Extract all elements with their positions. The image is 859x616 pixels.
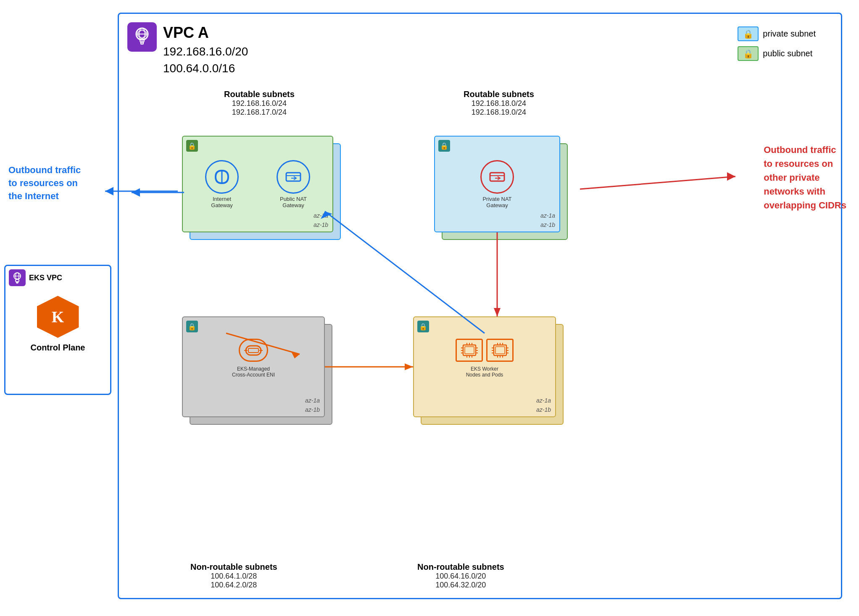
outbound-left-line2: to resources on <box>8 178 78 188</box>
worker-nodes-device: EKS WorkerNodes and Pods <box>456 339 514 378</box>
igw-label: InternetGateway <box>211 196 232 208</box>
private-nat-subnet: 🔒 Private NATGateway az-1a az-1b <box>434 136 560 232</box>
outbound-right-line3: other private <box>764 172 819 183</box>
routable-left-cidr2: 192.168.17.0/24 <box>224 108 295 117</box>
svg-marker-51 <box>132 188 140 197</box>
private-nat-device: Private NATGateway <box>480 160 514 208</box>
eni-lock-badge: 🔒 <box>186 321 198 332</box>
nonroutable-left-cidr1: 100.64.1.0/28 <box>190 572 277 581</box>
outbound-left-line1: Outbound traffic <box>8 165 81 175</box>
eks-vpc-box: EKS VPC K Control Plane <box>4 265 111 395</box>
svg-rect-11 <box>248 348 258 353</box>
nonroutable-label-left: Non-routable subnets 100.64.1.0/28 100.6… <box>190 562 277 590</box>
vpc-title: VPC A 192.168.16.0/20 100.64.0.0/16 <box>163 22 248 76</box>
outbound-right-line2: to resources on <box>764 158 833 169</box>
worker-lock-badge: 🔒 <box>417 321 429 332</box>
outbound-right-line5: overlapping CIDRs <box>764 200 846 211</box>
eni-device: EKS-ManagedCross-Account ENI <box>232 339 275 378</box>
routable-right-title: Routable subnets <box>464 90 534 99</box>
igw-az2-label: az-1b <box>314 221 328 228</box>
public-nat-label: Public NATGateway <box>280 196 307 208</box>
eks-k-icon: K <box>37 296 79 338</box>
routable-left-title: Routable subnets <box>224 90 295 99</box>
eni-az1-label: az-1a <box>305 397 320 404</box>
nat-az2-label: az-1b <box>540 221 555 228</box>
svg-marker-45 <box>494 308 501 316</box>
eni-az2-label: az-1b <box>305 406 320 413</box>
nonroutable-left-cidr2: 100.64.2.0/28 <box>190 581 277 590</box>
svg-rect-8 <box>490 173 504 181</box>
vpc-icon <box>127 22 157 52</box>
vpc-a-cidr2: 100.64.0.0/16 <box>163 60 248 76</box>
eks-vpc-header: EKS VPC <box>5 266 110 290</box>
svg-rect-6 <box>286 173 300 181</box>
eni-subnet: 🔒 EKS-ManagedCross-Account ENI az-1a az-… <box>182 316 325 417</box>
svg-rect-15 <box>465 347 474 354</box>
routable-label-left: Routable subnets 192.168.16.0/24 192.168… <box>224 90 295 117</box>
public-nat-icon <box>277 160 310 194</box>
worker-label: EKS WorkerNodes and Pods <box>466 366 503 378</box>
eks-vpc-label: EKS VPC <box>29 274 62 282</box>
worker-subnet: 🔒 <box>413 316 556 417</box>
svg-marker-60 <box>105 187 113 195</box>
vpc-a-cidr1: 192.168.16.0/20 <box>163 43 248 60</box>
cpu-chip-1 <box>456 339 483 362</box>
outbound-left-line3: the Internet <box>8 191 59 201</box>
legend-public-label: public subnet <box>763 49 812 58</box>
lock-icon-green: 🔒 <box>743 49 754 59</box>
igw-lock-badge: 🔒 <box>186 140 198 152</box>
igw-device: InternetGateway <box>205 160 239 208</box>
igw-public-subnet: 🔒 InternetGateway <box>182 136 333 232</box>
public-nat-device: Public NATGateway <box>277 160 310 208</box>
vpc-a-label: VPC A <box>163 22 248 43</box>
nonroutable-left-title: Non-routable subnets <box>190 562 277 571</box>
vpc-header: VPC A 192.168.16.0/20 100.64.0.0/16 <box>127 22 248 76</box>
private-nat-icon <box>480 160 514 194</box>
vpc-a-container: VPC A 192.168.16.0/20 100.64.0.0/16 🔒 pr… <box>118 13 842 599</box>
worker-az1-label: az-1a <box>536 397 551 404</box>
routable-left-cidr1: 192.168.16.0/24 <box>224 99 295 108</box>
legend-public: 🔒 public subnet <box>738 46 816 61</box>
routable-right-cidr1: 192.168.18.0/24 <box>464 99 534 108</box>
nonroutable-right-cidr2: 100.64.32.0/20 <box>417 581 504 590</box>
nonroutable-right-cidr1: 100.64.16.0/20 <box>417 572 504 581</box>
private-nat-label: Private NATGateway <box>482 196 511 208</box>
control-plane-label: Control Plane <box>30 343 85 353</box>
nat-az1-label: az-1a <box>540 212 555 219</box>
eni-icon <box>239 339 268 362</box>
outbound-right-line1: Outbound traffic <box>764 145 836 155</box>
outbound-right-label: Outbound traffic to resources on other p… <box>764 143 846 212</box>
outbound-left-label: Outbound traffic to resources on the Int… <box>8 164 81 203</box>
eks-vpc-icon <box>9 269 26 286</box>
nonroutable-right-title: Non-routable subnets <box>417 562 504 571</box>
eks-control-plane: K Control Plane <box>5 296 110 353</box>
outbound-right-line4: networks with <box>764 186 825 197</box>
legend-private-label: private subnet <box>763 29 816 39</box>
worker-az2-label: az-1b <box>536 406 551 413</box>
cpu-chip-2 <box>486 339 514 362</box>
nonroutable-label-right: Non-routable subnets 100.64.16.0/20 100.… <box>417 562 504 590</box>
svg-rect-29 <box>495 347 505 354</box>
worker-chips <box>456 339 514 362</box>
lock-icon: 🔒 <box>743 29 754 39</box>
legend-public-box: 🔒 <box>738 46 759 61</box>
routable-label-right: Routable subnets 192.168.18.0/24 192.168… <box>464 90 534 117</box>
legend: 🔒 private subnet 🔒 public subnet <box>738 26 816 61</box>
igw-circle-icon <box>205 160 239 194</box>
legend-private: 🔒 private subnet <box>738 26 816 41</box>
igw-az1-label: az-1a <box>314 212 328 219</box>
routable-right-cidr2: 192.168.19.0/24 <box>464 108 534 117</box>
legend-private-box: 🔒 <box>738 26 759 41</box>
eni-label: EKS-ManagedCross-Account ENI <box>232 366 275 378</box>
nat-lock-badge: 🔒 <box>438 140 450 152</box>
svg-marker-49 <box>405 363 413 370</box>
